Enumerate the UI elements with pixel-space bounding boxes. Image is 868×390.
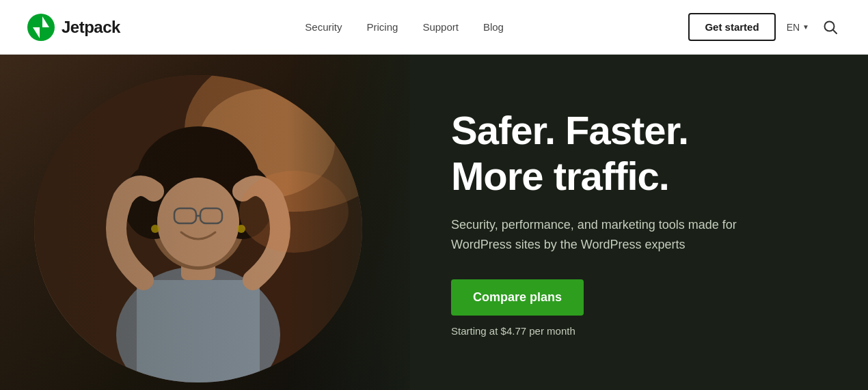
lang-label: EN bbox=[787, 22, 800, 33]
svg-rect-9 bbox=[137, 280, 260, 382]
get-started-button[interactable]: Get started bbox=[688, 13, 775, 41]
header-right: Get started EN ▼ bbox=[688, 13, 841, 41]
svg-line-4 bbox=[833, 29, 837, 33]
svg-point-24 bbox=[239, 171, 349, 253]
hero-oval-image bbox=[34, 75, 362, 382]
person-illustration bbox=[34, 75, 362, 382]
hero-content: Safer. Faster. More traffic. Security, p… bbox=[451, 108, 779, 337]
compare-plans-button[interactable]: Compare plans bbox=[451, 279, 584, 316]
nav-item-support[interactable]: Support bbox=[422, 21, 459, 33]
headline-line2: More traffic. bbox=[451, 154, 669, 198]
logo-text: Jetpack bbox=[62, 18, 120, 37]
svg-point-18 bbox=[157, 178, 239, 266]
hero-subtext: Security, performance, and marketing too… bbox=[451, 215, 779, 255]
language-selector[interactable]: EN ▼ bbox=[787, 22, 809, 33]
nav-item-security[interactable]: Security bbox=[305, 21, 342, 33]
starting-price-text: Starting at $4.77 per month bbox=[451, 325, 779, 337]
main-nav: Security Pricing Support Blog bbox=[305, 21, 504, 33]
hero-headline: Safer. Faster. More traffic. bbox=[451, 108, 779, 199]
svg-point-0 bbox=[27, 14, 55, 41]
jetpack-logo-icon bbox=[27, 14, 55, 41]
logo-link[interactable]: Jetpack bbox=[27, 14, 120, 41]
hero-section: Safer. Faster. More traffic. Security, p… bbox=[0, 55, 868, 390]
nav-item-blog[interactable]: Blog bbox=[483, 21, 504, 33]
nav-item-pricing[interactable]: Pricing bbox=[367, 21, 398, 33]
search-icon bbox=[823, 20, 838, 35]
svg-point-22 bbox=[151, 225, 159, 233]
hero-image-area bbox=[0, 55, 410, 390]
headline-line1: Safer. Faster. bbox=[451, 108, 688, 152]
chevron-down-icon: ▼ bbox=[802, 23, 809, 31]
search-button[interactable] bbox=[820, 17, 841, 38]
site-header: Jetpack Security Pricing Support Blog Ge… bbox=[0, 0, 868, 55]
